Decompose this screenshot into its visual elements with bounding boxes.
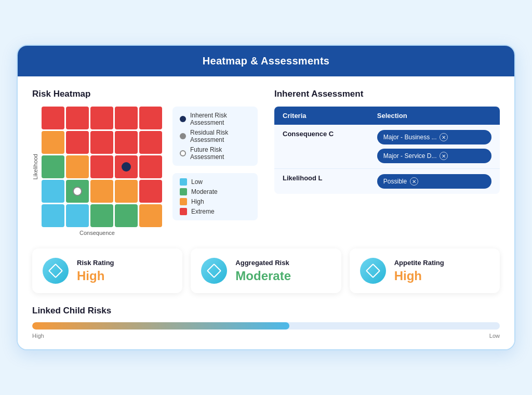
rating-info: Risk Rating High [77,259,114,283]
color-legend-high: High [180,198,250,205]
progress-label-left: High [32,333,44,339]
heatmap-row [42,107,162,129]
rating-icon [201,258,227,284]
heatmap-cell [139,204,162,227]
x-axis-label: Consequence [79,230,115,236]
high-swatch [180,198,187,205]
y-axis-label: Likelihood [32,154,38,180]
color-legend-moderate: Moderate [180,188,250,195]
heatmap-grid [42,107,162,227]
tag-close-icon[interactable]: ✕ [410,177,418,186]
top-section: Risk Heatmap Likelihood Consequence [32,89,500,236]
criteria-cell: Likelihood L [274,169,369,194]
heatmap-row [42,131,162,154]
heatmap-cell [115,131,138,154]
moderate-swatch [180,188,187,195]
heatmap-cell [42,107,64,129]
low-label: Low [191,178,203,186]
heatmap-y-axis: Likelihood [32,107,162,227]
assessment-table: Criteria Selection Consequence CMajor - … [274,107,500,194]
assessment-section: Inherent Assessment Criteria Selection C… [274,89,500,236]
selection-cell: Major - Business ...✕Major - Service D..… [369,125,500,169]
heatmap-cell [42,131,64,154]
progress-labels: High Low [32,333,500,339]
diamond-icon [366,264,380,278]
rating-value: Moderate [235,269,291,283]
tag-close-icon[interactable]: ✕ [440,152,448,160]
heatmap-cell [139,180,162,203]
selection-tag[interactable]: Major - Service D...✕ [377,149,491,163]
header-title: Heatmap & Assessments [203,55,330,67]
rating-row: Risk Rating High Aggregated Risk Moderat… [32,248,500,293]
dot-legend-box: Inherent Risk Assessment Residual Risk A… [172,107,258,166]
heatmap-cell [90,107,113,129]
heatmap-cell [66,155,89,178]
progress-bar-fill [32,322,289,330]
heatmap-cell [139,107,162,129]
rating-card-appetite-rating: Appetite Rating High [350,248,500,293]
color-legend-low: Low [180,178,250,186]
main-card: Heatmap & Assessments Risk Heatmap Likel… [17,45,515,350]
heatmap-cell [66,180,89,203]
tag-label: Major - Business ... [383,134,437,141]
linked-section: Linked Child Risks High Low [32,306,500,339]
heatmap-cell [115,180,138,203]
heatmap-cell [66,131,89,154]
residual-legend-label: Residual Risk Assessment [190,129,250,143]
future-legend-label: Future Risk Assessment [190,146,250,161]
inherent-dot-icon [180,116,186,122]
heatmap-container: Likelihood Consequence Inherent Risk Ass… [32,107,258,236]
rating-icon [360,258,386,284]
color-legend-extreme: Extreme [180,208,250,215]
diamond-icon [207,264,221,278]
rating-label: Risk Rating [77,259,114,267]
selection-header: Selection [369,107,500,125]
legend-item-future: Future Risk Assessment [180,146,250,161]
tag-label: Major - Service D... [383,152,437,160]
heatmap-cell [42,180,64,203]
moderate-label: Moderate [191,188,218,195]
rating-info: Appetite Rating High [394,259,444,283]
heatmap-cell [42,155,64,178]
heatmap-row [42,180,162,203]
high-label: High [191,198,204,205]
heatmap-cell [139,155,162,178]
rating-card-aggregated-risk: Aggregated Risk Moderate [191,248,341,293]
rating-info: Aggregated Risk Moderate [235,259,291,283]
assessment-title: Inherent Assessment [274,89,500,99]
rating-card-risk-rating: Risk Rating High [32,248,182,293]
heatmap-cell [90,155,113,178]
future-dot [73,187,82,196]
heatmap-cell [90,180,113,203]
rating-value: High [77,269,114,283]
rating-icon [43,258,69,284]
rating-label: Appetite Rating [394,259,444,267]
heatmap-title: Risk Heatmap [32,89,258,99]
heatmap-cell [115,204,138,227]
future-dot-icon [180,150,186,156]
low-swatch [180,178,187,186]
inherent-legend-label: Inherent Risk Assessment [190,112,250,126]
selection-tag[interactable]: Major - Business ...✕ [377,130,491,144]
diamond-icon [48,264,63,278]
heatmap-cell [90,204,113,227]
progress-label-right: Low [489,333,500,339]
rating-label: Aggregated Risk [235,259,291,267]
heatmap-cell [90,131,113,154]
selection-tag[interactable]: Possible✕ [377,174,491,189]
residual-dot-icon [180,133,186,139]
card-body: Risk Heatmap Likelihood Consequence [18,76,514,349]
heatmap-cell [139,131,162,154]
heatmap-section: Risk Heatmap Likelihood Consequence [32,89,258,236]
inherent-dot [122,162,131,172]
extreme-swatch [180,208,187,215]
heatmap-cell [66,204,89,227]
legend-area: Inherent Risk Assessment Residual Risk A… [172,107,258,220]
tag-label: Possible [383,178,407,185]
heatmap-row [42,204,162,227]
legend-item-residual: Residual Risk Assessment [180,129,250,143]
color-legend-box: Low Moderate High [172,173,258,220]
criteria-cell: Consequence C [274,125,369,169]
tag-close-icon[interactable]: ✕ [440,133,448,141]
linked-title: Linked Child Risks [32,306,500,316]
